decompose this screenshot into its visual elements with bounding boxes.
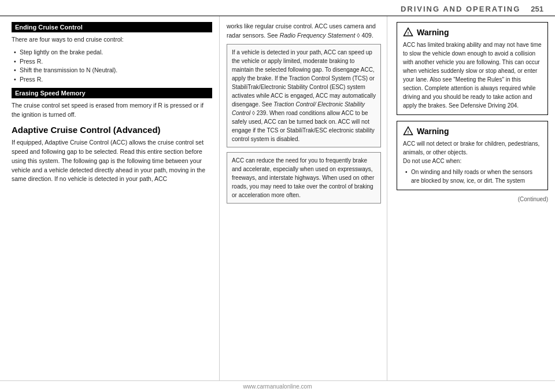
footer-url: www.carmanualonline.com xyxy=(243,383,312,390)
middle-text-1-italic: Radio Frequency Statement xyxy=(280,32,356,39)
header-title: DRIVING AND OPERATING xyxy=(401,5,520,13)
ending-cruise-bullets: Step lightly on the brake pedal. Press R… xyxy=(14,48,212,84)
page-container: DRIVING AND OPERATING 251 Ending Cruise … xyxy=(0,0,555,392)
info-box-2-text: ACC can reduce the need for you to frequ… xyxy=(232,156,376,199)
middle-text-1: works like regular cruise control. ACC u… xyxy=(227,22,381,40)
adaptive-cruise-heading: Adaptive Cruise Control (Advanced) xyxy=(12,125,212,135)
info-box-1: If a vehicle is detected in your path, A… xyxy=(227,44,381,147)
continued-note: (Continued) xyxy=(397,196,548,202)
ending-cruise-control-heading: Ending Cruise Control xyxy=(12,22,212,32)
svg-text:!: ! xyxy=(408,31,409,36)
main-content: Ending Cruise Control There are four way… xyxy=(0,16,555,380)
warning-2-text: ACC will not detect or brake for childre… xyxy=(403,139,542,157)
warning-2-header: ! Warning xyxy=(403,126,542,136)
warning-1-title: Warning xyxy=(417,28,449,37)
page-footer: www.carmanualonline.com xyxy=(0,380,555,392)
warning-2-do-not-use-intro: Do not use ACC when: xyxy=(403,157,542,165)
adaptive-cruise-body: If equipped, Adaptive Cruise Control (AC… xyxy=(12,138,212,184)
do-not-use-item: On winding and hilly roads or when the s… xyxy=(405,168,542,185)
warning-2-title: Warning xyxy=(417,127,449,136)
bullet-item: Press R. xyxy=(14,57,212,66)
warning-box-2: ! Warning ACC will not detect or brake f… xyxy=(397,121,548,190)
info-box-2: ACC can reduce the need for you to frequ… xyxy=(227,152,381,204)
warning-box-1: ! Warning ACC has limited braking abilit… xyxy=(397,22,548,115)
page-header: DRIVING AND OPERATING 251 xyxy=(0,0,555,16)
page-number: 251 xyxy=(531,5,543,13)
left-column: Ending Cruise Control There are four way… xyxy=(0,16,220,380)
warning-1-text: ACC has limited braking ability and may … xyxy=(403,40,542,110)
svg-text:!: ! xyxy=(408,130,409,135)
erasing-speed-memory-heading: Erasing Speed Memory xyxy=(12,88,212,98)
info-box-1-text: If a vehicle is detected in your path, A… xyxy=(232,48,376,143)
warning-triangle-icon-2: ! xyxy=(403,126,413,136)
middle-column: works like regular cruise control. ACC u… xyxy=(220,16,387,380)
erasing-speed-body: The cruise control set speed is erased f… xyxy=(12,101,212,120)
bullet-item: Shift the transmission to N (Neutral). xyxy=(14,66,212,75)
right-column: ! Warning ACC has limited braking abilit… xyxy=(387,16,555,380)
middle-text-1-ref: 409. xyxy=(361,32,373,39)
do-not-use-list: On winding and hilly roads or when the s… xyxy=(405,168,542,185)
warning-triangle-icon: ! xyxy=(403,27,413,38)
ending-cruise-intro: There are four ways to end cruise contro… xyxy=(12,35,212,45)
bullet-item: Press R. xyxy=(14,75,212,84)
bullet-item: Step lightly on the brake pedal. xyxy=(14,48,212,57)
warning-1-header: ! Warning xyxy=(403,27,542,38)
